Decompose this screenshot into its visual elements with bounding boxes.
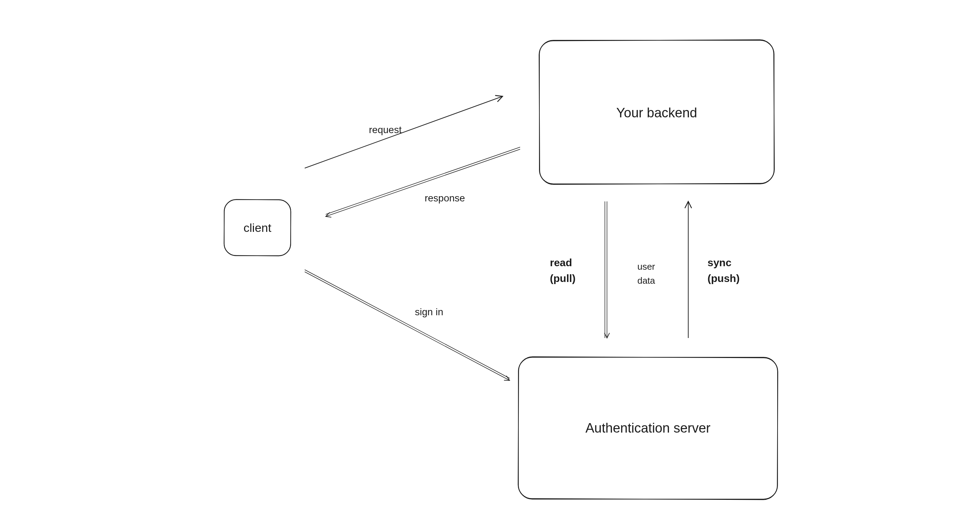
edge-request-label: request — [369, 124, 402, 135]
node-backend-label: Your backend — [616, 105, 697, 120]
label-user-data-l2: data — [638, 275, 655, 286]
node-client-label: client — [243, 221, 272, 234]
edge-read-label-l2: (pull) — [550, 272, 576, 284]
node-client: client — [224, 199, 291, 256]
edge-sync-label-l2: (push) — [708, 272, 740, 284]
label-user-data: user data — [638, 261, 655, 286]
edge-request: request — [305, 96, 503, 168]
node-auth-label: Authentication server — [585, 421, 711, 435]
edge-response-label: response — [425, 192, 465, 204]
edge-read-pull: read (pull) — [550, 201, 607, 338]
edge-signin-label: sign in — [415, 307, 444, 317]
label-user-data-l1: user — [638, 261, 655, 272]
edge-response: response — [326, 147, 520, 216]
edge-signin: sign in — [305, 270, 510, 380]
edge-sync-label-l1: sync — [708, 257, 731, 268]
edge-sync-push: sync (push) — [688, 201, 740, 338]
node-backend: Your backend — [539, 40, 775, 185]
node-auth: Authentication server — [518, 356, 778, 500]
edge-read-label-l1: read — [550, 257, 572, 268]
architecture-diagram: client Your backend Authentication serve… — [0, 0, 980, 517]
